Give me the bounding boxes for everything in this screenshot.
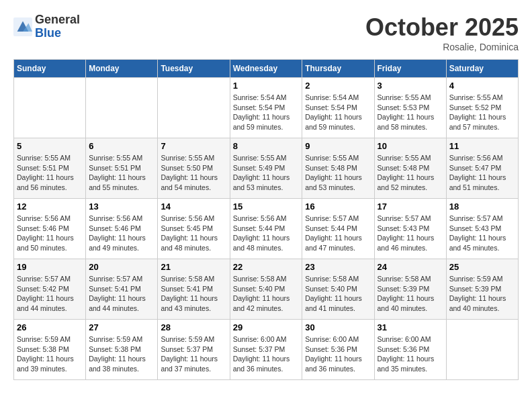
day-info: Sunrise: 5:58 AM Sunset: 5:39 PM Dayligh… <box>378 274 443 314</box>
calendar-cell: 3Sunrise: 5:55 AM Sunset: 5:53 PM Daylig… <box>374 78 446 138</box>
calendar-cell: 9Sunrise: 5:55 AM Sunset: 5:48 PM Daylig… <box>302 138 374 199</box>
day-info: Sunrise: 5:58 AM Sunset: 5:41 PM Dayligh… <box>161 274 226 314</box>
day-number: 19 <box>17 262 83 272</box>
page-header: General Blue October 2025 Rosalie, Domin… <box>13 13 519 52</box>
logo-general: General <box>35 13 80 27</box>
day-info: Sunrise: 5:57 AM Sunset: 5:43 PM Dayligh… <box>449 214 515 253</box>
day-number: 12 <box>17 201 83 212</box>
day-number: 29 <box>233 322 300 332</box>
calendar-cell <box>446 320 518 380</box>
calendar-header-row: SundayMondayTuesdayWednesdayThursdayFrid… <box>14 60 519 78</box>
logo-text: General Blue <box>35 13 80 40</box>
day-info: Sunrise: 5:56 AM Sunset: 5:47 PM Dayligh… <box>449 153 515 193</box>
calendar-cell: 1Sunrise: 5:54 AM Sunset: 5:54 PM Daylig… <box>230 78 302 138</box>
calendar-cell: 11Sunrise: 5:56 AM Sunset: 5:47 PM Dayli… <box>446 138 518 199</box>
calendar-cell: 6Sunrise: 5:55 AM Sunset: 5:51 PM Daylig… <box>86 138 158 199</box>
day-number: 23 <box>305 262 371 272</box>
calendar-cell <box>14 78 86 138</box>
day-info: Sunrise: 5:56 AM Sunset: 5:44 PM Dayligh… <box>233 214 300 253</box>
calendar-week-row: 5Sunrise: 5:55 AM Sunset: 5:51 PM Daylig… <box>14 138 519 199</box>
calendar-cell: 18Sunrise: 5:57 AM Sunset: 5:43 PM Dayli… <box>446 199 518 259</box>
calendar-cell: 12Sunrise: 5:56 AM Sunset: 5:46 PM Dayli… <box>14 199 86 259</box>
day-info: Sunrise: 5:59 AM Sunset: 5:37 PM Dayligh… <box>161 334 226 374</box>
day-number: 25 <box>449 262 515 272</box>
calendar-cell: 2Sunrise: 5:54 AM Sunset: 5:54 PM Daylig… <box>302 78 374 138</box>
day-info: Sunrise: 5:59 AM Sunset: 5:38 PM Dayligh… <box>89 334 154 374</box>
calendar-week-row: 1Sunrise: 5:54 AM Sunset: 5:54 PM Daylig… <box>14 78 519 138</box>
calendar-day-header: Sunday <box>14 60 86 78</box>
day-info: Sunrise: 6:00 AM Sunset: 5:37 PM Dayligh… <box>233 334 300 374</box>
day-number: 1 <box>233 81 300 91</box>
day-info: Sunrise: 5:57 AM Sunset: 5:43 PM Dayligh… <box>378 214 443 253</box>
day-number: 6 <box>89 141 154 151</box>
day-number: 22 <box>233 262 300 272</box>
day-info: Sunrise: 6:00 AM Sunset: 5:36 PM Dayligh… <box>378 334 443 374</box>
day-info: Sunrise: 5:56 AM Sunset: 5:45 PM Dayligh… <box>161 214 226 253</box>
day-info: Sunrise: 5:55 AM Sunset: 5:51 PM Dayligh… <box>89 153 154 193</box>
day-number: 4 <box>449 81 515 91</box>
day-number: 3 <box>378 81 443 91</box>
day-number: 11 <box>449 141 515 151</box>
calendar-cell: 14Sunrise: 5:56 AM Sunset: 5:45 PM Dayli… <box>158 199 230 259</box>
calendar-cell: 31Sunrise: 6:00 AM Sunset: 5:36 PM Dayli… <box>374 320 446 380</box>
day-number: 5 <box>17 141 83 151</box>
logo-icon <box>13 17 32 36</box>
calendar-cell: 10Sunrise: 5:55 AM Sunset: 5:48 PM Dayli… <box>374 138 446 199</box>
day-number: 9 <box>305 141 371 151</box>
day-info: Sunrise: 5:58 AM Sunset: 5:40 PM Dayligh… <box>233 274 300 314</box>
calendar-day-header: Friday <box>374 60 446 78</box>
day-info: Sunrise: 5:57 AM Sunset: 5:41 PM Dayligh… <box>89 274 154 314</box>
month-title: October 2025 <box>365 13 519 42</box>
day-info: Sunrise: 5:54 AM Sunset: 5:54 PM Dayligh… <box>233 93 300 132</box>
calendar-cell: 23Sunrise: 5:58 AM Sunset: 5:40 PM Dayli… <box>302 259 374 320</box>
calendar-week-row: 12Sunrise: 5:56 AM Sunset: 5:46 PM Dayli… <box>14 199 519 259</box>
calendar-day-header: Monday <box>86 60 158 78</box>
calendar-body: 1Sunrise: 5:54 AM Sunset: 5:54 PM Daylig… <box>14 78 519 380</box>
day-info: Sunrise: 5:57 AM Sunset: 5:42 PM Dayligh… <box>17 274 83 314</box>
calendar-cell: 16Sunrise: 5:57 AM Sunset: 5:44 PM Dayli… <box>302 199 374 259</box>
day-info: Sunrise: 5:56 AM Sunset: 5:46 PM Dayligh… <box>89 214 154 253</box>
calendar-cell: 17Sunrise: 5:57 AM Sunset: 5:43 PM Dayli… <box>374 199 446 259</box>
calendar-cell: 5Sunrise: 5:55 AM Sunset: 5:51 PM Daylig… <box>14 138 86 199</box>
day-info: Sunrise: 5:59 AM Sunset: 5:38 PM Dayligh… <box>17 334 83 374</box>
calendar-week-row: 26Sunrise: 5:59 AM Sunset: 5:38 PM Dayli… <box>14 320 519 380</box>
day-info: Sunrise: 6:00 AM Sunset: 5:36 PM Dayligh… <box>305 334 371 374</box>
calendar-cell: 21Sunrise: 5:58 AM Sunset: 5:41 PM Dayli… <box>158 259 230 320</box>
calendar-cell: 7Sunrise: 5:55 AM Sunset: 5:50 PM Daylig… <box>158 138 230 199</box>
day-number: 26 <box>17 322 83 332</box>
calendar-cell: 8Sunrise: 5:55 AM Sunset: 5:49 PM Daylig… <box>230 138 302 199</box>
day-number: 15 <box>233 201 300 212</box>
day-number: 13 <box>89 201 154 212</box>
calendar-cell <box>158 78 230 138</box>
day-info: Sunrise: 5:58 AM Sunset: 5:40 PM Dayligh… <box>305 274 371 314</box>
calendar: SundayMondayTuesdayWednesdayThursdayFrid… <box>13 59 519 380</box>
day-info: Sunrise: 5:55 AM Sunset: 5:48 PM Dayligh… <box>305 153 371 193</box>
calendar-cell: 27Sunrise: 5:59 AM Sunset: 5:38 PM Dayli… <box>86 320 158 380</box>
calendar-week-row: 19Sunrise: 5:57 AM Sunset: 5:42 PM Dayli… <box>14 259 519 320</box>
day-info: Sunrise: 5:54 AM Sunset: 5:54 PM Dayligh… <box>305 93 371 132</box>
logo-blue: Blue <box>35 27 80 40</box>
day-number: 10 <box>378 141 443 151</box>
day-info: Sunrise: 5:56 AM Sunset: 5:46 PM Dayligh… <box>17 214 83 253</box>
day-number: 27 <box>89 322 154 332</box>
calendar-cell: 28Sunrise: 5:59 AM Sunset: 5:37 PM Dayli… <box>158 320 230 380</box>
location: Rosalie, Dominica <box>365 42 519 52</box>
day-info: Sunrise: 5:55 AM Sunset: 5:49 PM Dayligh… <box>233 153 300 193</box>
day-number: 24 <box>378 262 443 272</box>
day-number: 31 <box>378 322 443 332</box>
calendar-cell: 20Sunrise: 5:57 AM Sunset: 5:41 PM Dayli… <box>86 259 158 320</box>
day-number: 18 <box>449 201 515 212</box>
calendar-day-header: Thursday <box>302 60 374 78</box>
calendar-day-header: Tuesday <box>158 60 230 78</box>
day-number: 14 <box>161 201 226 212</box>
day-number: 21 <box>161 262 226 272</box>
calendar-cell: 24Sunrise: 5:58 AM Sunset: 5:39 PM Dayli… <box>374 259 446 320</box>
calendar-cell <box>86 78 158 138</box>
logo: General Blue <box>13 13 80 40</box>
day-info: Sunrise: 5:55 AM Sunset: 5:53 PM Dayligh… <box>378 93 443 132</box>
day-number: 16 <box>305 201 371 212</box>
calendar-day-header: Wednesday <box>230 60 302 78</box>
day-number: 8 <box>233 141 300 151</box>
day-info: Sunrise: 5:55 AM Sunset: 5:51 PM Dayligh… <box>17 153 83 193</box>
day-info: Sunrise: 5:57 AM Sunset: 5:44 PM Dayligh… <box>305 214 371 253</box>
